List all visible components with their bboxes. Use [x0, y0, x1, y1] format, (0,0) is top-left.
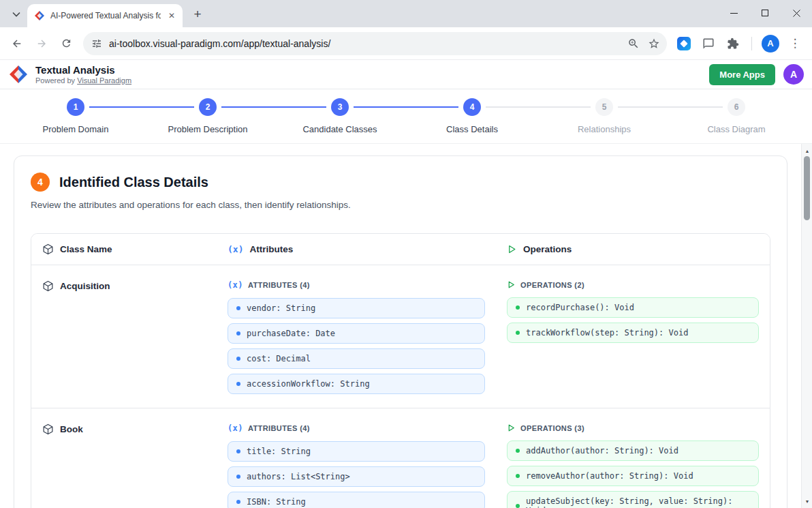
step-problem-description[interactable]: 2 Problem Description: [142, 98, 274, 143]
minimize-button[interactable]: [718, 0, 749, 26]
attribute-text: authors: List<String>: [247, 472, 350, 481]
minimize-icon: [730, 10, 738, 17]
address-bar[interactable]: ai-toolbox.visual-paradigm.com/app/textu…: [83, 32, 667, 55]
step-relationships[interactable]: 5 Relationships: [538, 98, 670, 143]
close-window-button[interactable]: [781, 0, 812, 26]
attribute-chip[interactable]: title: String: [228, 441, 485, 462]
zoom-button[interactable]: [623, 33, 644, 54]
page-subtitle: Review the attributes and operations for…: [31, 200, 770, 210]
chat-extension-button[interactable]: [697, 32, 720, 55]
play-icon: [507, 280, 516, 289]
window-controls: [718, 0, 812, 26]
step-number-badge: 4: [31, 173, 50, 192]
scrollbar-down-arrow[interactable]: ▼: [802, 496, 812, 507]
attribute-text: ISBN: String: [247, 497, 306, 507]
cube-icon: [42, 423, 54, 435]
step-problem-domain[interactable]: 1 Problem Domain: [10, 98, 142, 143]
tab-close-icon[interactable]: ✕: [166, 10, 177, 21]
attribute-text: vendor: String: [247, 303, 315, 313]
card-title-row: 4 Identified Class Details: [31, 173, 770, 192]
attribute-chip[interactable]: vendor: String: [228, 298, 485, 318]
step-number: 2: [199, 98, 217, 116]
browser-menu-button[interactable]: ⋮: [783, 32, 807, 55]
operation-chip[interactable]: recordPurchase(): Void: [507, 297, 759, 318]
operations-cell: OPERATIONS (2) recordPurchase(): Void tr…: [507, 276, 759, 394]
back-button[interactable]: [5, 32, 29, 55]
operation-text: trackWorkflow(step: String): Void: [526, 328, 688, 338]
attribute-chip-list: title: String authors: List<String> ISBN…: [228, 441, 507, 508]
browser-toolbar: ai-toolbox.visual-paradigm.com/app/textu…: [0, 27, 812, 60]
url-text: ai-toolbox.visual-paradigm.com/app/textu…: [109, 38, 623, 49]
forward-button[interactable]: [30, 32, 53, 55]
attribute-chip[interactable]: cost: Decimal: [228, 348, 485, 369]
class-name: Acquisition: [60, 281, 110, 291]
operation-chip[interactable]: addAuthor(author: String): Void: [507, 440, 759, 461]
operation-text: removeAuthor(author: String): Void: [526, 471, 693, 481]
step-class-diagram[interactable]: 6 Class Diagram: [670, 98, 802, 143]
browser-profile-avatar: A: [762, 35, 779, 53]
app-title: Textual Analysis: [35, 64, 131, 76]
powered-by-text: Powered by Visual Paradigm: [35, 76, 131, 85]
attribute-chip[interactable]: accessionWorkflow: String: [228, 374, 485, 394]
play-icon: [507, 244, 517, 254]
bullet-icon: [516, 331, 520, 335]
maximize-button[interactable]: [749, 0, 781, 26]
step-label: Class Diagram: [707, 124, 765, 134]
operation-chip[interactable]: removeAuthor(author: String): Void: [507, 466, 759, 486]
attribute-chip[interactable]: ISBN: String: [228, 492, 485, 508]
new-tab-button[interactable]: +: [188, 5, 207, 24]
star-icon: [648, 38, 660, 50]
attribute-chip[interactable]: authors: List<String>: [228, 466, 485, 487]
class-details-card: 4 Identified Class Details Review the at…: [14, 155, 787, 508]
maximize-icon: [762, 10, 768, 16]
site-settings-icon[interactable]: [91, 38, 102, 49]
operation-chip[interactable]: trackWorkflow(step: String): Void: [507, 323, 759, 343]
kebab-menu-icon: ⋮: [790, 36, 801, 50]
browser-tab[interactable]: AI-Powered Textual Analysis for ✕: [27, 4, 183, 27]
scrollbar-up-arrow[interactable]: ▲: [802, 145, 812, 156]
operations-label: OPERATIONS (2): [520, 281, 584, 289]
reload-button[interactable]: [54, 32, 78, 55]
step-class-details[interactable]: 4 Class Details: [406, 98, 538, 143]
user-avatar[interactable]: A: [783, 64, 804, 85]
reload-icon: [61, 38, 72, 49]
browser-profile-button[interactable]: A: [759, 32, 782, 55]
app-header: Textual Analysis Powered by Visual Parad…: [0, 60, 812, 89]
attribute-text: cost: Decimal: [247, 354, 311, 363]
variable-icon: (x): [228, 280, 243, 290]
operations-label: OPERATIONS (3): [520, 424, 584, 432]
operation-chip[interactable]: updateSubject(key: String, value: String…: [507, 491, 759, 508]
bookmark-button[interactable]: [644, 33, 664, 54]
column-header-attributes: (x) Attributes: [228, 243, 507, 255]
step-number: 4: [463, 98, 481, 116]
variable-icon: (x): [228, 244, 243, 254]
column-header-operations: Operations: [507, 243, 759, 255]
column-header-class-name: Class Name: [42, 243, 228, 255]
table-header-row: Class Name (x) Attributes Operations: [31, 234, 770, 265]
puzzle-icon: [727, 38, 739, 50]
step-label: Problem Description: [168, 124, 247, 134]
column-label: Attributes: [249, 244, 293, 254]
more-apps-button[interactable]: More Apps: [709, 64, 775, 85]
attribute-text: title: String: [247, 447, 311, 456]
step-label: Candidate Classes: [302, 124, 377, 134]
step-candidate-classes[interactable]: 3 Candidate Classes: [274, 98, 406, 143]
scrollbar-thumb[interactable]: [804, 156, 810, 220]
column-label: Operations: [523, 244, 572, 254]
class-name-cell: Acquisition: [42, 276, 228, 292]
operation-text: updateSubject(key: String, value: String…: [526, 496, 750, 508]
cube-icon: [42, 243, 54, 255]
extensions-button[interactable]: [721, 32, 745, 55]
bullet-icon: [236, 306, 240, 310]
attribute-chip[interactable]: purchaseDate: Date: [228, 323, 485, 344]
class-name-cell: Book: [42, 419, 228, 435]
tab-search-button[interactable]: [7, 5, 26, 24]
play-icon: [507, 423, 516, 432]
visual-paradigm-link[interactable]: Visual Paradigm: [77, 76, 131, 85]
pinned-extension-button[interactable]: [672, 32, 696, 55]
table-row-acquisition: Acquisition (x) ATTRIBUTES (4) vendor: S…: [31, 265, 770, 408]
step-number: 3: [331, 98, 349, 116]
bullet-icon: [516, 305, 520, 310]
page-title: Identified Class Details: [59, 175, 208, 190]
page-scrollbar[interactable]: ▲ ▼: [801, 144, 812, 508]
